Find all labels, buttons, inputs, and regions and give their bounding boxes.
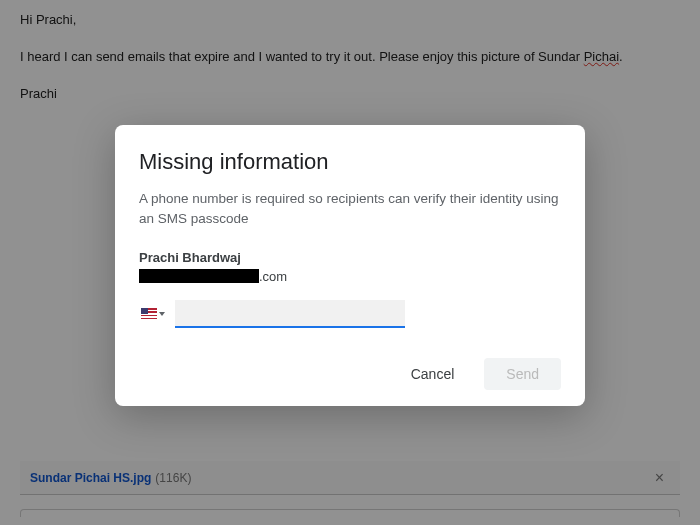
chevron-down-icon: [159, 312, 165, 316]
dialog-description: A phone number is required so recipients…: [139, 189, 561, 230]
phone-number-input[interactable]: [175, 300, 405, 328]
cancel-button[interactable]: Cancel: [389, 358, 477, 390]
send-button[interactable]: Send: [484, 358, 561, 390]
redacted-email-prefix: [139, 269, 259, 283]
recipient-email: .com: [139, 269, 561, 284]
dialog-button-row: Cancel Send: [139, 358, 561, 390]
modal-overlay: Missing information A phone number is re…: [0, 0, 700, 525]
recipient-name: Prachi Bhardwaj: [139, 250, 561, 265]
dialog-title: Missing information: [139, 149, 561, 175]
us-flag-icon: [141, 308, 157, 319]
missing-information-dialog: Missing information A phone number is re…: [115, 125, 585, 406]
country-code-selector[interactable]: [139, 304, 167, 323]
phone-input-row: [139, 300, 561, 328]
